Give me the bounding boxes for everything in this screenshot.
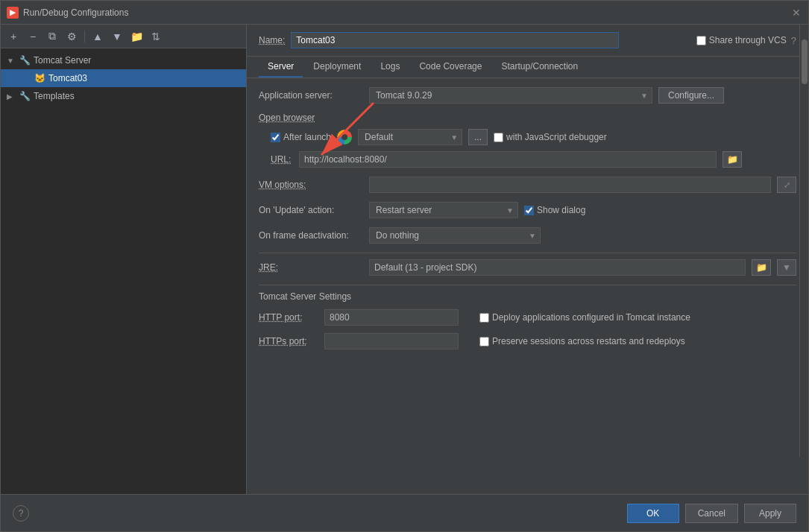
title-bar: ▶ Run/Debug Configurations ✕ [1, 1, 808, 25]
tab-logs[interactable]: Logs [371, 57, 409, 77]
scroll-thumb [802, 39, 808, 84]
on-frame-label: On frame deactivation: [259, 230, 363, 241]
tree-item-templates[interactable]: ▶ 🔧 Templates [1, 87, 246, 105]
app-server-select-container: Tomcat 9.0.29 ▼ [369, 87, 652, 104]
with-js-debugger-checkbox[interactable] [494, 133, 503, 142]
on-update-row: On 'Update' action: Restart server ▼ Sho… [259, 202, 796, 218]
config-tree: ▼ 🔧 Tomcat Server 🐱 Tomcat03 ▶ 🔧 Templat… [1, 48, 246, 494]
tab-server[interactable]: Server [259, 57, 303, 77]
share-vcs-row: Share through VCS ? [696, 35, 796, 46]
on-update-select-container: Restart server ▼ [369, 202, 518, 218]
move-up-button[interactable]: ▲ [89, 28, 106, 45]
open-browser-title: Open browser [259, 113, 796, 123]
sort-button[interactable]: ⇅ [148, 28, 164, 45]
tomcat03-icon: 🐱 [34, 72, 45, 84]
divider-2 [259, 285, 796, 285]
name-input[interactable] [291, 32, 619, 48]
browser-row: After launch Default ▼ ... [259, 129, 796, 145]
templates-icon: 🔧 [19, 90, 31, 102]
jre-row: JRE: 📁 ▼ [259, 259, 796, 276]
vm-options-expand-button[interactable]: ⤢ [777, 177, 796, 193]
on-frame-row: On frame deactivation: Do nothing ▼ [259, 227, 796, 244]
browser-icon-inner [341, 134, 347, 140]
share-vcs-text: Share through VCS [709, 35, 787, 45]
divider-1 [259, 253, 796, 253]
add-config-button[interactable]: + [5, 28, 22, 45]
browser-select[interactable]: Default [358, 129, 462, 145]
jre-label: JRE: [259, 262, 363, 273]
close-button[interactable]: ✕ [790, 7, 802, 19]
browser-icon [337, 130, 352, 145]
jre-input[interactable] [369, 259, 746, 276]
tomcat-group-icon: 🔧 [19, 54, 31, 66]
app-icon-symbol: ▶ [10, 8, 16, 16]
show-dialog-checkbox[interactable] [524, 206, 534, 215]
right-panel-wrapper: Name: Share through VCS ? Server Deploym… [247, 25, 808, 494]
on-update-label: On 'Update' action: [259, 205, 363, 215]
config-tabs: Server Deployment Logs Code Coverage Sta… [247, 57, 808, 78]
on-update-select[interactable]: Restart server [369, 202, 518, 218]
browser-dots-button[interactable]: ... [468, 129, 488, 145]
vm-options-label: VM options: [259, 180, 363, 190]
remove-config-button[interactable]: − [25, 28, 41, 45]
browser-select-container: Default ▼ [358, 129, 462, 145]
main-content: + − ⧉ ⚙ ▲ ▼ 📁 ⇅ ▼ 🔧 Tomcat Server [1, 25, 808, 494]
url-input[interactable] [299, 151, 717, 168]
app-icon: ▶ [7, 7, 19, 19]
toolbar-separator-1 [84, 31, 85, 42]
name-label: Name: [259, 35, 285, 45]
after-launch-text: After launch [283, 132, 331, 142]
settings-button[interactable]: ⚙ [63, 28, 80, 45]
folder-button[interactable]: 📁 [128, 28, 145, 45]
tree-toggle-templates: ▶ [7, 92, 16, 101]
with-js-debugger-label: with JavaScript debugger [494, 132, 607, 142]
run-debug-dialog: ▶ Run/Debug Configurations ✕ + − ⧉ ⚙ ▲ ▼… [0, 0, 809, 532]
ok-button[interactable]: OK [627, 504, 679, 523]
move-down-button[interactable]: ▼ [109, 28, 125, 45]
tab-deployment[interactable]: Deployment [304, 57, 370, 77]
deploy-apps-checkbox[interactable] [479, 313, 489, 323]
help-button[interactable]: ? [13, 505, 29, 522]
app-server-label: Application server: [259, 90, 363, 101]
url-folder-button[interactable]: 📁 [723, 151, 742, 168]
configure-button[interactable]: Configure... [658, 87, 724, 104]
left-panel: + − ⧉ ⚙ ▲ ▼ 📁 ⇅ ▼ 🔧 Tomcat Server [1, 25, 247, 494]
apply-button[interactable]: Apply [744, 504, 796, 523]
after-launch-label: After launch [271, 132, 331, 142]
show-dialog-label: Show dialog [524, 205, 585, 215]
tree-item-tomcat03[interactable]: 🐱 Tomcat03 [1, 69, 246, 87]
preserve-sessions-text: Preserve sessions across restarts and re… [492, 336, 685, 346]
tree-item-tomcat-server-group[interactable]: ▼ 🔧 Tomcat Server [1, 51, 246, 69]
vm-options-row: VM options: ⤢ [259, 177, 796, 193]
share-vcs-checkbox[interactable] [696, 36, 706, 45]
tab-startup-connection[interactable]: Startup/Connection [492, 57, 587, 77]
right-scrollbar[interactable] [799, 25, 808, 457]
footer-buttons: OK Cancel Apply [627, 504, 796, 523]
tomcat-settings-title: Tomcat Server Settings [259, 291, 796, 302]
http-port-row: HTTP port: Deploy applications configure… [259, 309, 796, 326]
tree-label-templates: Templates [34, 91, 75, 101]
on-frame-select-container: Do nothing ▼ [369, 227, 541, 244]
name-row: Name: Share through VCS ? [247, 25, 808, 57]
left-toolbar: + − ⧉ ⚙ ▲ ▼ 📁 ⇅ [1, 25, 246, 48]
on-frame-select[interactable]: Do nothing [369, 227, 541, 244]
https-port-input[interactable] [324, 333, 459, 349]
https-port-label: HTTPs port: [259, 336, 318, 346]
copy-config-button[interactable]: ⧉ [44, 28, 60, 45]
footer: ? OK Cancel Apply [1, 494, 808, 531]
after-launch-checkbox[interactable] [271, 133, 280, 142]
url-label: URL: [271, 154, 293, 165]
app-server-row: Application server: Tomcat 9.0.29 ▼ Conf… [259, 87, 796, 104]
preserve-sessions-label: Preserve sessions across restarts and re… [479, 336, 685, 346]
url-row: URL: 📁 [259, 151, 796, 168]
jre-dropdown-button[interactable]: ▼ [777, 259, 796, 276]
tab-code-coverage[interactable]: Code Coverage [410, 57, 491, 77]
preserve-sessions-checkbox[interactable] [479, 337, 489, 346]
jre-folder-button[interactable]: 📁 [752, 259, 771, 276]
app-server-select[interactable]: Tomcat 9.0.29 [369, 87, 652, 104]
vm-options-input[interactable] [369, 177, 771, 193]
cancel-button[interactable]: Cancel [685, 504, 738, 523]
tree-toggle-tomcat-server: ▼ [7, 57, 16, 65]
http-port-input[interactable] [324, 309, 459, 326]
open-browser-section: Open browser After launch [259, 113, 796, 168]
